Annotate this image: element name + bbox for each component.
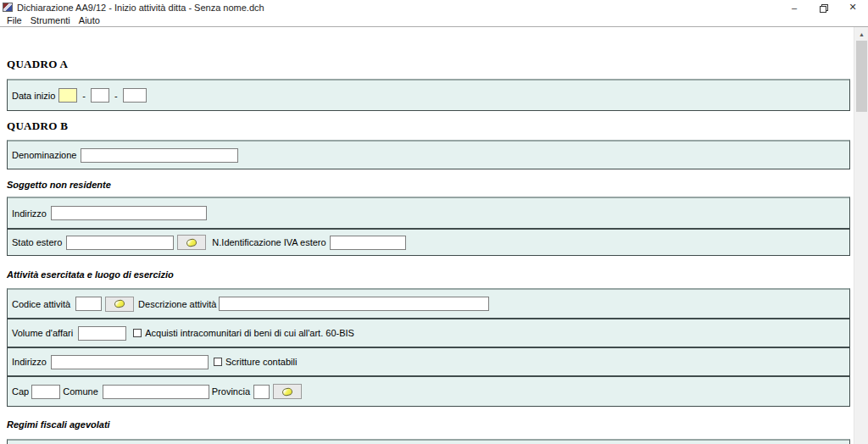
- soggetto-non-residente-heading: Soggetto non residente: [7, 180, 111, 190]
- scrollbar-thumb[interactable]: [856, 41, 867, 112]
- codice-attivita-label: Codice attività: [12, 299, 70, 309]
- data-inizio-day-input[interactable]: [58, 88, 77, 103]
- comune-lookup-button[interactable]: [273, 384, 302, 399]
- indirizzo-attivita-input[interactable]: [51, 355, 209, 369]
- iva-estero-label: N.Identificazione IVA estero: [212, 237, 326, 247]
- quadro-b-heading: QUADRO B: [7, 119, 68, 133]
- menu-item-file[interactable]: File: [3, 15, 26, 25]
- scritture-contabili-label: Scritture contabili: [225, 357, 297, 367]
- title-bar: Dichiarazione AA9/12 - Inizio attività d…: [0, 0, 868, 14]
- window-title: Dichiarazione AA9/12 - Inizio attività d…: [17, 3, 264, 13]
- close-icon: ✕: [849, 2, 856, 13]
- minimize-icon: –: [792, 3, 797, 13]
- lookup-icon: [186, 238, 198, 247]
- provincia-input[interactable]: [253, 385, 270, 399]
- stato-estero-label: Stato estero: [12, 237, 62, 247]
- comune-label: Comune: [63, 386, 98, 397]
- indirizzo-estero-row: Indirizzo: [7, 197, 850, 229]
- cap-comune-provincia-row: Cap Comune Provincia: [7, 376, 850, 407]
- scroll-up-button[interactable]: ▲: [854, 27, 868, 41]
- vertical-scrollbar[interactable]: ▲: [854, 27, 868, 444]
- codice-attivita-lookup-button[interactable]: [105, 297, 134, 312]
- regimi-fiscali-heading: Regimi fiscali agevolati: [7, 419, 110, 430]
- restore-icon: [820, 4, 826, 11]
- regimi-fiscali-panel: [7, 439, 850, 444]
- indirizzo-estero-input[interactable]: [51, 206, 207, 220]
- indirizzo-estero-label: Indirizzo: [12, 208, 47, 219]
- minimize-button[interactable]: –: [785, 1, 804, 14]
- attivita-heading: Attività esercitata e luogo di esercizio: [7, 269, 174, 280]
- denominazione-label: Denominazione: [12, 150, 76, 160]
- volume-affari-input[interactable]: [78, 326, 126, 341]
- codice-attivita-input[interactable]: [75, 297, 102, 311]
- lookup-icon: [281, 387, 292, 397]
- lookup-icon: [114, 299, 125, 308]
- indirizzo-attivita-label: Indirizzo: [12, 357, 47, 367]
- provincia-label: Provincia: [212, 386, 250, 397]
- iva-estero-input[interactable]: [330, 236, 406, 250]
- quadro-a-heading: QUADRO A: [7, 58, 68, 71]
- indirizzo-attivita-row: Indirizzo Scritture contabili: [7, 347, 850, 376]
- quadro-a-panel: Data inizio - -: [7, 79, 850, 111]
- scroll-up-icon: ▲: [859, 31, 865, 37]
- descrizione-attivita-label: Descrizione attività: [138, 299, 216, 309]
- cap-label: Cap: [12, 386, 29, 397]
- stato-estero-lookup-button[interactable]: [177, 235, 206, 250]
- cap-input[interactable]: [31, 385, 60, 399]
- data-inizio-month-input[interactable]: [91, 88, 109, 103]
- acquisti-intracomunitari-checkbox[interactable]: [133, 329, 142, 337]
- form-content: QUADRO A Data inizio - - QUADRO B Denomi…: [0, 27, 854, 444]
- restore-button[interactable]: [814, 1, 832, 14]
- app-window: Dichiarazione AA9/12 - Inizio attività d…: [0, 0, 868, 444]
- date-separator: -: [82, 91, 86, 101]
- descrizione-attivita-input[interactable]: [219, 297, 489, 311]
- data-inizio-label: Data inizio: [12, 91, 55, 101]
- stato-estero-input[interactable]: [66, 236, 174, 250]
- menu-item-strumenti[interactable]: Strumenti: [26, 15, 75, 25]
- denominazione-input[interactable]: [81, 148, 238, 163]
- scritture-contabili-checkbox[interactable]: [214, 358, 222, 366]
- codice-attivita-row: Codice attività Descrizione attività: [7, 288, 850, 319]
- app-icon: [3, 3, 13, 12]
- comune-input[interactable]: [103, 385, 209, 399]
- volume-affari-row: Volume d'affari Acquisti intracomunitari…: [7, 319, 850, 347]
- data-inizio-year-input[interactable]: [123, 88, 147, 103]
- menu-item-aiuto[interactable]: Aiuto: [75, 15, 104, 25]
- menu-bar: File Strumenti Aiuto: [0, 14, 868, 26]
- acquisti-intracomunitari-label: Acquisti intracomunitari di beni di cui …: [145, 328, 354, 338]
- date-separator: -: [114, 91, 118, 101]
- denominazione-panel: Denominazione: [7, 140, 850, 169]
- close-button[interactable]: ✕: [843, 1, 862, 14]
- stato-estero-row: Stato estero N.Identificazione IVA ester…: [7, 229, 850, 256]
- volume-affari-label: Volume d'affari: [12, 328, 73, 338]
